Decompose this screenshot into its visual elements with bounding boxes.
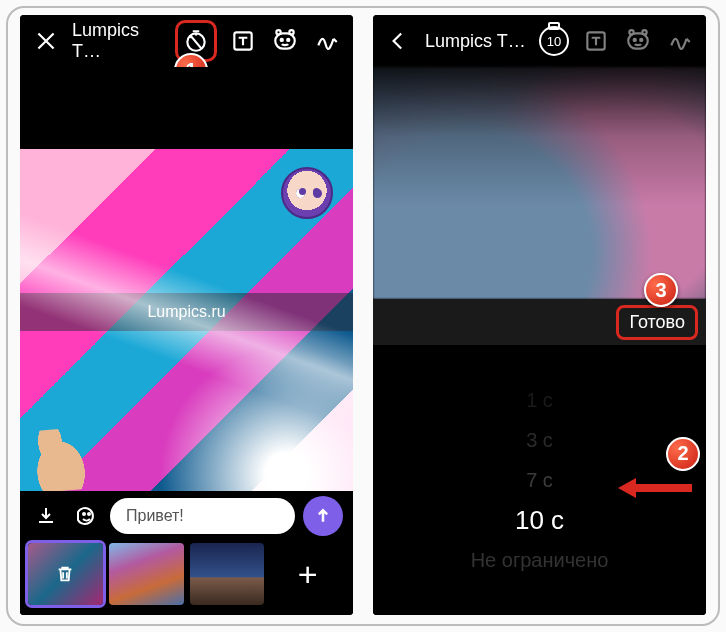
- timer-10-icon: 10: [539, 26, 569, 56]
- picker-option[interactable]: Не ограничено: [471, 543, 609, 577]
- send-button[interactable]: [303, 496, 343, 536]
- picker-option-selected[interactable]: 10 с: [515, 503, 564, 537]
- callout-3: 3: [644, 273, 678, 307]
- svg-point-3: [281, 39, 283, 41]
- editor-canvas[interactable]: Lumpics.ru Привет!: [20, 67, 353, 615]
- picker-option[interactable]: 7 с: [526, 463, 553, 497]
- text-button[interactable]: [227, 25, 259, 57]
- svg-rect-10: [628, 33, 648, 48]
- doodle-button[interactable]: [311, 25, 343, 57]
- doodle-button[interactable]: [664, 25, 696, 57]
- text-button[interactable]: [580, 25, 612, 57]
- svg-rect-2: [275, 33, 295, 48]
- screenshot-right: Lumpics T… 10 3 Готово 1 с 3 с 7 с 10 с …: [373, 15, 706, 615]
- watermark-banner: Lumpics.ru: [20, 293, 353, 331]
- timer-sheet: 3 Готово 1 с 3 с 7 с 10 с Не ограничено …: [373, 67, 706, 615]
- sticker-thumbsup-icon[interactable]: [29, 427, 90, 491]
- delete-thumb-button[interactable]: [28, 543, 103, 605]
- done-bar: 3 Готово: [373, 299, 706, 345]
- caption-input[interactable]: Привет!: [110, 498, 295, 534]
- svg-point-8: [88, 513, 90, 515]
- thumb-1[interactable]: [28, 543, 103, 605]
- download-button[interactable]: [30, 500, 62, 532]
- svg-point-4: [287, 39, 289, 41]
- screenshot-left: Lumpics T… 1 Lumpics.ru: [20, 15, 353, 615]
- header-bar: Lumpics T… 10: [373, 15, 706, 67]
- picker-option[interactable]: 3 с: [526, 423, 553, 457]
- timer-button[interactable]: 10: [538, 25, 570, 57]
- svg-point-13: [629, 30, 633, 34]
- thumb-2[interactable]: [109, 543, 184, 605]
- svg-point-5: [276, 30, 280, 34]
- duration-picker[interactable]: 1 с 3 с 7 с 10 с Не ограничено 2: [373, 345, 706, 615]
- caption-text: Привет!: [126, 507, 184, 525]
- chat-title: Lumpics T…: [425, 31, 528, 52]
- done-button[interactable]: Готово: [616, 305, 698, 340]
- header-bar: Lumpics T… 1: [20, 15, 353, 67]
- picker-option[interactable]: 1 с: [526, 383, 553, 417]
- back-button[interactable]: [383, 25, 415, 57]
- callout-2: 2: [666, 437, 700, 471]
- attachment-thumbs: +: [20, 541, 353, 615]
- svg-point-12: [640, 39, 642, 41]
- svg-point-6: [289, 30, 293, 34]
- blurred-preview: [373, 67, 706, 299]
- sticker-button[interactable]: [622, 25, 654, 57]
- svg-point-7: [83, 513, 85, 515]
- chat-title: Lumpics T…: [72, 20, 165, 62]
- timer-button-highlight: 1: [175, 20, 217, 62]
- arrow-icon: [614, 476, 694, 500]
- timer-button[interactable]: [180, 25, 212, 57]
- thumb-3[interactable]: [190, 543, 265, 605]
- photo-preview: Lumpics.ru: [20, 149, 353, 491]
- emoji-button[interactable]: [70, 500, 102, 532]
- close-button[interactable]: [30, 25, 62, 57]
- svg-point-14: [642, 30, 646, 34]
- caption-row: Привет!: [20, 491, 353, 541]
- sticker-button[interactable]: [269, 25, 301, 57]
- add-thumb-button[interactable]: +: [270, 543, 345, 605]
- sticker-face-icon[interactable]: [281, 167, 333, 219]
- svg-point-11: [634, 39, 636, 41]
